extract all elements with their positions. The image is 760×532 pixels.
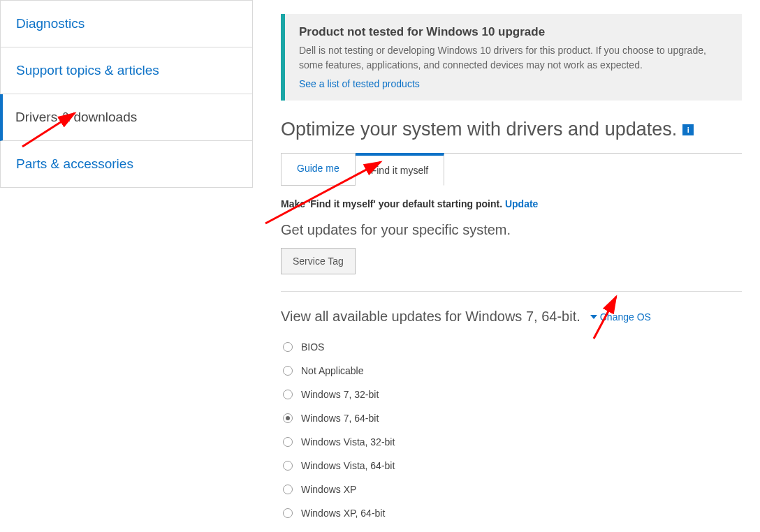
radio-icon xyxy=(283,390,293,399)
os-label: BIOS xyxy=(301,341,324,353)
divider xyxy=(281,291,742,292)
radio-icon xyxy=(283,508,293,518)
sidebar-item-label: Parts & accessories xyxy=(16,156,133,171)
sidebar: Diagnostics Support topics & articles Dr… xyxy=(0,0,253,188)
sidebar-item-diagnostics[interactable]: Diagnostics xyxy=(0,0,253,47)
os-option-vista-32[interactable]: Windows Vista, 32-bit xyxy=(283,436,742,448)
radio-icon xyxy=(283,342,293,352)
notice-body: Dell is not testing or developing Window… xyxy=(299,43,728,73)
os-list: BIOS Not Applicable Windows 7, 32-bit Wi… xyxy=(283,341,742,519)
tab-label: Guide me xyxy=(297,163,339,174)
os-option-xp-64[interactable]: Windows XP, 64-bit xyxy=(283,508,742,519)
caret-down-icon xyxy=(590,315,597,319)
page-headline: Optimize your system with drivers and up… xyxy=(281,119,742,140)
tab-find-it-myself[interactable]: Find it myself xyxy=(356,153,444,186)
radio-icon xyxy=(283,413,293,423)
change-os-link[interactable]: Change OS xyxy=(590,311,651,323)
tab-guide-me[interactable]: Guide me xyxy=(281,154,356,186)
radio-icon xyxy=(283,485,293,494)
os-label: Not Applicable xyxy=(301,365,364,376)
os-label: Windows XP, 64-bit xyxy=(301,508,385,519)
update-link[interactable]: Update xyxy=(505,198,538,209)
notice-link[interactable]: See a list of tested products xyxy=(299,78,728,89)
sidebar-item-support-topics[interactable]: Support topics & articles xyxy=(0,47,253,94)
notice-banner: Product not tested for Windows 10 upgrad… xyxy=(281,14,742,101)
radio-icon xyxy=(283,461,293,471)
tabs: Guide me Find it myself xyxy=(281,153,742,186)
default-starting-point: Make 'Find it myself' your default start… xyxy=(281,198,742,209)
tab-label: Find it myself xyxy=(371,165,428,176)
change-os-label: Change OS xyxy=(600,311,651,323)
notice-title: Product not tested for Windows 10 upgrad… xyxy=(299,25,728,39)
service-tag-button[interactable]: Service Tag xyxy=(281,248,356,274)
sidebar-item-label: Support topics & articles xyxy=(16,63,159,77)
os-option-vista-64[interactable]: Windows Vista, 64-bit xyxy=(283,460,742,471)
os-label: Windows 7, 32-bit xyxy=(301,389,379,400)
os-label: Windows 7, 64-bit xyxy=(301,413,379,424)
os-option-xp[interactable]: Windows XP xyxy=(283,484,742,495)
radio-icon xyxy=(283,366,293,376)
os-label: Windows Vista, 32-bit xyxy=(301,436,395,448)
sidebar-item-drivers-downloads[interactable]: Drivers & downloads xyxy=(0,94,253,141)
os-option-bios[interactable]: BIOS xyxy=(283,341,742,353)
main-content: Product not tested for Windows 10 upgrad… xyxy=(281,14,742,519)
os-option-win7-32[interactable]: Windows 7, 32-bit xyxy=(283,389,742,400)
sidebar-item-label: Drivers & downloads xyxy=(15,110,137,124)
os-option-not-applicable[interactable]: Not Applicable xyxy=(283,365,742,376)
default-text: Make 'Find it myself' your default start… xyxy=(281,198,505,209)
sidebar-item-label: Diagnostics xyxy=(16,16,85,31)
os-label: Windows XP xyxy=(301,484,356,495)
view-updates-text: View all available updates for Windows 7… xyxy=(281,309,580,325)
radio-icon xyxy=(283,437,293,447)
subhead: Get updates for your specific system. xyxy=(281,222,742,238)
os-label: Windows Vista, 64-bit xyxy=(301,460,395,471)
headline-text: Optimize your system with drivers and up… xyxy=(281,119,677,140)
sidebar-item-parts-accessories[interactable]: Parts & accessories xyxy=(0,141,253,188)
os-option-win7-64[interactable]: Windows 7, 64-bit xyxy=(283,413,742,424)
info-icon[interactable]: i xyxy=(682,124,694,135)
view-updates-line: View all available updates for Windows 7… xyxy=(281,309,742,325)
